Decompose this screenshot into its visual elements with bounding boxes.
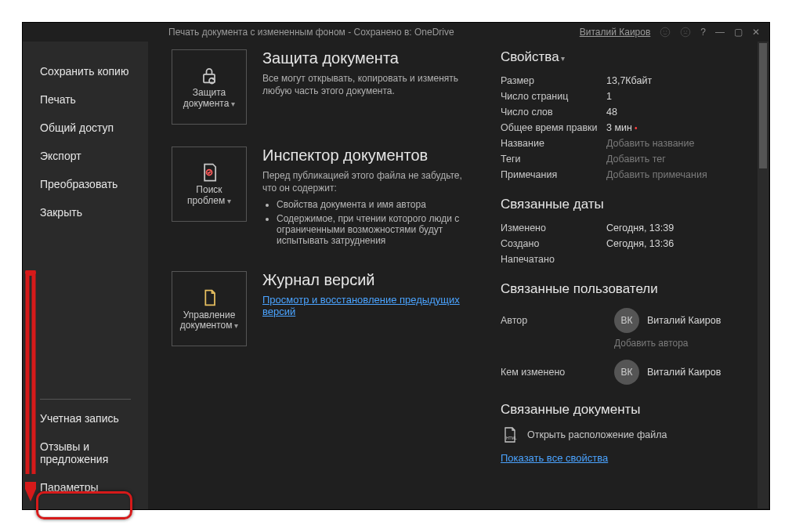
sidebar-item-label: Общий доступ [40,121,114,134]
prop-key: Общее время правки [501,122,606,133]
minimize-icon[interactable]: — [715,27,725,38]
prop-val: 1 [606,91,612,102]
smile-icon[interactable] [660,27,671,38]
prop-key: Теги [501,154,606,165]
sidebar-item-label: Параметры [40,481,99,494]
prop-key: Примечания [501,169,606,180]
titlebar-user-area: Виталий Каиров ? — ▢ ✕ [580,27,760,38]
prop-key: Размер [501,75,606,86]
backstage-sidebar: Сохранить копию Печать Общий доступ Эксп… [23,42,148,509]
add-title-hint[interactable]: Добавить название [606,138,694,149]
list-item: Содержимое, при чтении которого люди с о… [277,213,469,246]
prop-val: Сегодня, 13:39 [606,223,674,233]
tile-label: Поиск проблем [177,185,241,207]
open-file-location-label: Открыть расположение файла [527,429,667,440]
sidebar-item-print[interactable]: Печать [23,85,148,114]
sidebar-item-label: Печать [40,93,76,106]
close-icon[interactable]: ✕ [752,27,760,38]
tile-label: Управление документом [177,310,241,332]
maximize-icon[interactable]: ▢ [734,27,743,38]
prop-val: 48 [606,107,617,118]
prop-key: Название [501,138,606,149]
sidebar-item-label: Экспорт [40,150,81,162]
document-title: Печать документа с измененным фоном - Со… [168,27,454,38]
sidebar-item-export[interactable]: Экспорт [23,142,148,170]
svg-point-4 [684,31,685,31]
prop-val: Сегодня, 13:36 [606,238,674,249]
inspector-heading: Инспектор документов [262,147,469,165]
sidebar-item-close[interactable]: Закрыть [23,198,148,226]
prop-key: Напечатано [501,254,606,265]
sidebar-item-share[interactable]: Общий доступ [23,114,148,142]
properties-heading[interactable]: Свойства [501,49,565,65]
avatar: ВК [614,360,639,385]
version-history-link[interactable]: Просмотр и восстановление предыдущих вер… [262,294,469,317]
open-file-location[interactable]: HTML Открыть расположение файла [501,425,746,444]
manage-document-tile[interactable]: Управление документом [172,271,247,346]
avatar: ВК [614,308,639,333]
related-users-heading: Связанные пользователи [501,281,746,297]
prop-key: Кем изменено [501,367,606,378]
sidebar-item-label: Отзывы и предложения [40,440,108,465]
prop-val: 13,7Кбайт [606,75,652,86]
show-all-properties-link[interactable]: Показать все свойства [501,452,608,464]
sidebar-item-label: Сохранить копию [40,65,128,78]
sidebar-item-label: Учетная запись [40,412,119,425]
prop-key: Число слов [501,107,606,118]
inspector-issues-list: Свойства документа и имя автора Содержим… [277,199,469,246]
prop-val: 3 мин [606,122,637,133]
sidebar-item-save-copy[interactable]: Сохранить копию [23,57,148,85]
scrollbar-thumb[interactable] [759,43,767,168]
prop-key: Изменено [501,223,606,233]
inspector-desc: Перед публикацией этого файла не забудьт… [262,169,469,194]
tile-label: Защита документа [177,88,241,110]
prop-key: Создано [501,238,606,249]
svg-point-3 [681,27,690,37]
info-panel: Защита документа Защита документа Все мо… [148,42,769,509]
sidebar-item-options[interactable]: Параметры [23,473,148,501]
titlebar: Печать документа с измененным фоном - Со… [23,23,769,42]
vertical-scrollbar[interactable] [758,42,768,508]
related-docs-heading: Связанные документы [501,402,746,418]
author-name: Виталий Каиров [647,315,721,326]
svg-point-2 [666,31,667,31]
prop-key: Автор [501,315,606,326]
list-item: Свойства документа и имя автора [277,199,469,210]
html-file-icon: HTML [501,425,519,444]
protect-desc: Все могут открывать, копировать и изменя… [262,72,469,97]
frown-icon[interactable] [680,27,691,38]
svg-point-0 [660,27,670,37]
sidebar-item-feedback[interactable]: Отзывы и предложения [23,432,148,473]
add-tag-hint[interactable]: Добавить тег [606,154,666,165]
protect-heading: Защита документа [262,49,469,67]
protect-document-tile[interactable]: Защита документа [172,49,247,125]
add-author-hint[interactable]: Добавить автора [614,336,746,350]
svg-point-5 [686,31,687,31]
prop-key: Число страниц [501,91,606,102]
signed-in-user[interactable]: Виталий Каиров [580,27,651,38]
sidebar-item-transform[interactable]: Преобразовать [23,170,148,198]
help-icon[interactable]: ? [700,27,706,38]
sidebar-item-label: Закрыть [40,206,82,219]
lock-icon [198,64,220,86]
related-dates-heading: Связанные даты [501,197,746,212]
document-icon [198,287,220,309]
modifiedby-name: Виталий Каиров [647,367,721,378]
sidebar-item-account[interactable]: Учетная запись [23,404,148,432]
word-backstage-window: Печать документа с измененным фоном - Со… [22,22,770,510]
add-notes-hint[interactable]: Добавить примечания [606,169,707,180]
document-check-icon [198,161,220,183]
check-issues-tile[interactable]: Поиск проблем [172,147,247,222]
svg-point-1 [664,31,664,31]
sidebar-item-label: Преобразовать [40,178,118,190]
svg-text:HTML: HTML [506,436,517,440]
versions-heading: Журнал версий [262,271,469,289]
